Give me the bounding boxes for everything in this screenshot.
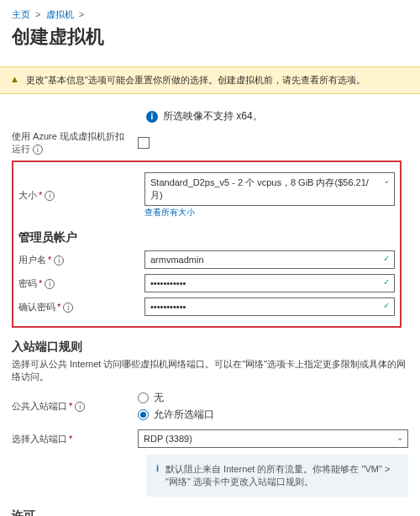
label-public-ports: 公共入站端口*i	[12, 400, 138, 413]
chevron-icon: >	[35, 9, 40, 19]
label-password: 密码*i	[18, 277, 144, 290]
breadcrumb: 主页 > 虚拟机 >	[12, 8, 408, 21]
label-username: 用户名*i	[18, 254, 144, 266]
info-icon: i	[146, 111, 158, 123]
ports-note: i 默认阻止来自 Internet 的所有流量。你将能够在 "VM" > "网络…	[146, 455, 408, 497]
check-icon: ✓	[383, 301, 390, 310]
page-title: 创建虚拟机	[12, 24, 408, 50]
ports-select[interactable]: RDP (3389)⌄	[138, 429, 408, 448]
info-icon[interactable]: i	[45, 191, 55, 201]
breadcrumb-home[interactable]: 主页	[12, 9, 30, 19]
warning-banner: ▲ 更改"基本信息"选项可能会重置你所做的选择。创建虚拟机前，请先查看所有选项。	[0, 66, 420, 94]
size-select[interactable]: Standard_D2ps_v5 - 2 个 vcpus，8 GiB 内存($5…	[144, 172, 395, 206]
info-icon[interactable]: i	[54, 255, 64, 266]
x64-text: 所选映像不支持 x64。	[163, 109, 263, 124]
license-section-title: 许可	[12, 508, 408, 516]
radio-none[interactable]: 无	[138, 391, 408, 405]
info-icon[interactable]: i	[33, 145, 43, 155]
check-icon: ✓	[383, 277, 390, 287]
admin-section-title: 管理员帐户	[18, 230, 395, 245]
label-azure-spot: 使用 Azure 现成虚拟机折扣运行i	[12, 130, 138, 155]
label-confirm-password: 确认密码*i	[18, 301, 144, 313]
ports-section-title: 入站端口规则	[12, 340, 408, 355]
note-text: 默认阻止来自 Internet 的所有流量。你将能够在 "VM" > "网络" …	[165, 463, 398, 488]
warning-icon: ▲	[10, 74, 19, 84]
info-icon[interactable]: i	[75, 402, 85, 412]
check-icon: ✓	[383, 254, 390, 263]
chevron-icon: >	[79, 9, 84, 19]
password-input[interactable]: •••••••••••✓	[144, 274, 395, 292]
confirm-password-input[interactable]: •••••••••••✓	[144, 297, 395, 316]
label-select-ports: 选择入站端口*	[12, 433, 138, 445]
x64-info: i 所选映像不支持 x64。	[146, 109, 408, 124]
info-icon[interactable]: i	[63, 303, 73, 313]
info-icon: i	[156, 463, 159, 488]
azure-spot-checkbox[interactable]	[138, 137, 150, 149]
label-size: 大小*i	[18, 189, 144, 202]
highlighted-group-1: 大小*i Standard_D2ps_v5 - 2 个 vcpus，8 GiB …	[12, 161, 402, 328]
ports-desc: 选择可从公共 Internet 访问哪些虚拟机网络端口。可以在"网络"选项卡上指…	[12, 358, 408, 383]
radio-allow[interactable]: 允许所选端口	[138, 408, 408, 422]
username-input[interactable]: armvmadmin✓	[144, 250, 395, 269]
chevron-down-icon: ⌄	[396, 433, 403, 442]
info-icon[interactable]: i	[45, 279, 55, 289]
see-all-sizes-link[interactable]: 查看所有大小	[144, 208, 195, 217]
breadcrumb-vm[interactable]: 虚拟机	[46, 9, 74, 19]
chevron-down-icon: ⌄	[383, 176, 390, 185]
warning-text: 更改"基本信息"选项可能会重置你所做的选择。创建虚拟机前，请先查看所有选项。	[26, 74, 365, 87]
